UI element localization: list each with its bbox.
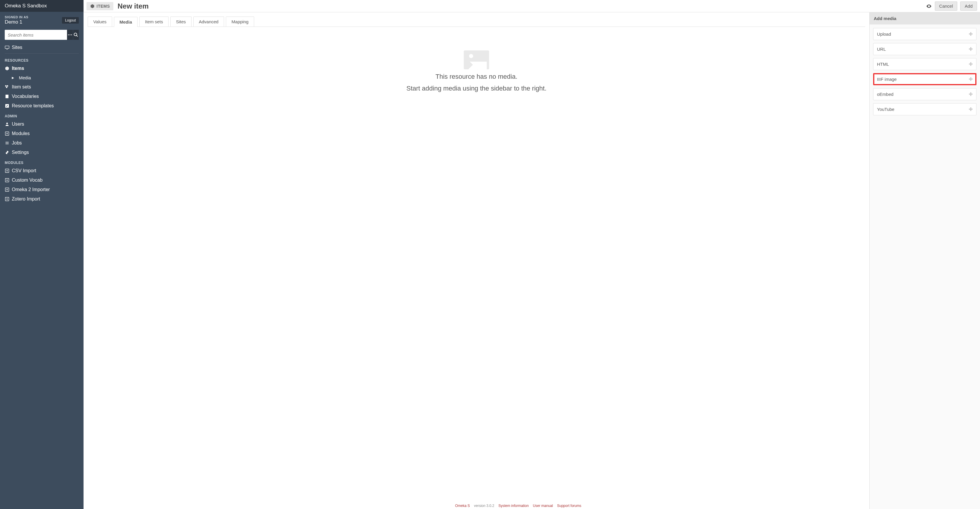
sidebar-item-label: Item sets: [12, 84, 31, 90]
footer-link-manual[interactable]: User manual: [533, 504, 553, 508]
plus-square-icon: [5, 178, 11, 182]
cube-icon: [90, 4, 95, 8]
preview-button[interactable]: [926, 3, 932, 9]
tab-sites[interactable]: Sites: [170, 16, 191, 27]
sidebar-item-modules[interactable]: Modules: [0, 129, 84, 138]
sidebar-item-label: Users: [12, 122, 24, 127]
media-option-label: oEmbed: [877, 92, 894, 97]
gear-icon: [5, 150, 11, 155]
main: ITEMS New item Cancel Add Values Media I…: [84, 0, 980, 509]
media-option-oembed[interactable]: oEmbed ✚: [873, 88, 977, 100]
svg-point-2: [71, 35, 72, 35]
tab-values[interactable]: Values: [88, 16, 112, 27]
media-option-label: YouTube: [877, 107, 894, 112]
sidebar-item-label: Zotero Import: [12, 197, 40, 202]
empty-title: This resource has no media.: [435, 73, 517, 81]
plus-square-icon: [5, 197, 11, 201]
sidebar-item-label: Sites: [12, 45, 22, 50]
sidebar-item-label: Omeka 2 Importer: [12, 187, 50, 192]
content-area: Values Media Item sets Sites Advanced Ma…: [84, 13, 869, 509]
tabs: Values Media Item sets Sites Advanced Ma…: [88, 16, 865, 27]
page-title: New item: [118, 2, 148, 10]
eye-icon: [926, 3, 932, 9]
plus-square-icon: [5, 131, 11, 136]
sidebar-item-label: Jobs: [12, 140, 22, 146]
plus-square-icon: [5, 168, 11, 173]
image-placeholder-icon: [464, 51, 489, 69]
tab-item-sets[interactable]: Item sets: [139, 16, 169, 27]
plus-icon: ✚: [969, 76, 973, 82]
footer: Omeka S version 3.0.2 System information…: [167, 504, 869, 508]
user-icon: [5, 122, 11, 127]
sidebar-item-label: CSV Import: [12, 168, 36, 173]
plus-icon: ✚: [969, 91, 973, 97]
sidebar-item-label: Custom Vocab: [12, 178, 43, 183]
svg-point-3: [74, 33, 77, 36]
plus-icon: ✚: [969, 106, 973, 112]
breadcrumb[interactable]: ITEMS: [86, 2, 113, 10]
logout-button[interactable]: Logout: [62, 17, 79, 24]
sidebar-item-label: Settings: [12, 150, 29, 155]
search-submit-button[interactable]: [73, 30, 79, 40]
tab-media[interactable]: Media: [114, 17, 138, 27]
username[interactable]: Demo 1: [5, 19, 28, 25]
media-option-youtube[interactable]: YouTube ✚: [873, 103, 977, 115]
sidebar-item-label: Modules: [12, 131, 30, 136]
nav-header-resources: RESOURCES: [0, 55, 84, 64]
tab-advanced[interactable]: Advanced: [193, 16, 224, 27]
sidebar-item-itemsets[interactable]: Item sets: [0, 82, 84, 92]
search-input[interactable]: [5, 30, 67, 40]
media-option-iiif[interactable]: IIIF image ✚: [873, 73, 977, 85]
sidebar-item-vocabularies[interactable]: Vocabularies: [0, 92, 84, 101]
sidebar-item-resource-templates[interactable]: Resource templates: [0, 101, 84, 111]
sidebar-item-sites[interactable]: Sites: [0, 43, 84, 52]
sidebar-item-users[interactable]: Users: [0, 119, 84, 129]
search-row: [0, 27, 84, 43]
right-panel: Add media Upload ✚ URL ✚ HTML ✚: [869, 13, 980, 509]
sidebar-item-jobs[interactable]: Jobs: [0, 138, 84, 148]
sidebar-item-custom-vocab[interactable]: Custom Vocab: [0, 176, 84, 185]
footer-link-omeka[interactable]: Omeka S: [455, 504, 470, 508]
svg-rect-5: [5, 46, 9, 49]
svg-line-4: [76, 35, 78, 36]
svg-point-0: [68, 35, 69, 35]
svg-point-9: [6, 123, 8, 124]
svg-rect-7: [6, 95, 9, 98]
sidebar-item-zotero-import[interactable]: Zotero Import: [0, 194, 84, 204]
add-button[interactable]: Add: [960, 2, 977, 11]
sidebar-item-label: Vocabularies: [12, 94, 39, 99]
pencil-square-icon: [5, 103, 11, 108]
cubes-icon: [5, 85, 11, 89]
media-option-upload[interactable]: Upload ✚: [873, 28, 977, 40]
sidebar-item-csv-import[interactable]: CSV Import: [0, 166, 84, 176]
sidebar-subitem-media[interactable]: ▶ Media: [0, 73, 84, 82]
sidebar-item-label: Media: [19, 75, 31, 80]
footer-link-sysinfo[interactable]: System information: [498, 504, 529, 508]
topbar: ITEMS New item Cancel Add: [84, 0, 980, 13]
list-icon: [5, 141, 11, 145]
empty-subtitle: Start adding media using the sidebar to …: [406, 85, 547, 92]
sidebar-item-label: Items: [12, 66, 24, 71]
sidebar-item-omeka2-importer[interactable]: Omeka 2 Importer: [0, 185, 84, 194]
monitor-icon: [5, 45, 11, 50]
signed-in-label: SIGNED IN AS: [5, 15, 28, 19]
footer-version: version 3.0.2: [474, 504, 495, 508]
media-option-label: URL: [877, 47, 886, 52]
plus-icon: ✚: [969, 61, 973, 67]
cancel-button[interactable]: Cancel: [935, 2, 958, 11]
tab-mapping[interactable]: Mapping: [226, 16, 254, 27]
panel-header: Add media: [870, 13, 980, 24]
sidebar-item-settings[interactable]: Settings: [0, 148, 84, 157]
sidebar: Omeka S Sandbox SIGNED IN AS Demo 1 Logo…: [0, 0, 84, 509]
media-option-url[interactable]: URL ✚: [873, 43, 977, 55]
site-title[interactable]: Omeka S Sandbox: [0, 0, 84, 12]
breadcrumb-label: ITEMS: [97, 4, 110, 8]
svg-point-1: [69, 35, 70, 35]
sidebar-item-items[interactable]: Items: [0, 64, 84, 73]
footer-link-forums[interactable]: Support forums: [557, 504, 581, 508]
search-options-button[interactable]: [67, 30, 73, 40]
media-option-html[interactable]: HTML ✚: [873, 58, 977, 70]
media-option-label: IIIF image: [877, 77, 897, 82]
empty-state: This resource has no media. Start adding…: [88, 27, 865, 509]
search-icon: [73, 32, 78, 37]
